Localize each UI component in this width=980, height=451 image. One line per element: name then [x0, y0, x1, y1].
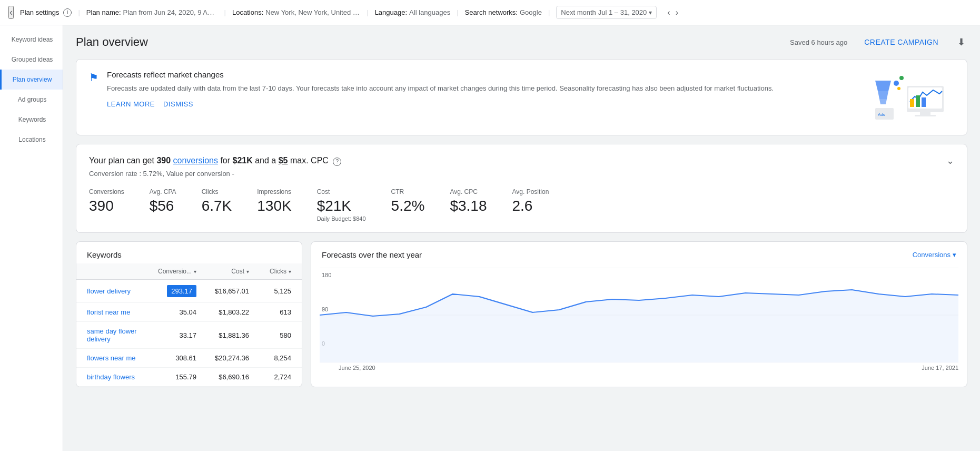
- prev-date-button[interactable]: ‹: [665, 6, 672, 19]
- headline-pre: Your plan can get: [89, 156, 154, 165]
- metric-item: Avg. CPC $3.18: [450, 188, 487, 222]
- metric-item: Avg. Position 2.6: [512, 188, 549, 222]
- date-label: Next month: [561, 8, 596, 16]
- sidebar-item-label: Grouped ideas: [12, 56, 53, 63]
- learn-more-button[interactable]: LEARN MORE: [107, 100, 155, 108]
- page-title: Plan overview: [76, 35, 148, 49]
- sidebar-item-locations[interactable]: Locations: [0, 130, 63, 150]
- metric-value: 5.2%: [391, 198, 425, 214]
- chart-container: 180 90 0: [320, 268, 958, 362]
- conversion-value: 308.61: [144, 354, 196, 362]
- sidebar-item-grouped-ideas[interactable]: Grouped ideas: [0, 50, 63, 70]
- banner-links: LEARN MORE DISMISS: [107, 100, 851, 108]
- date-selector[interactable]: Next month Jul 1 – 31, 2020 ▾: [556, 6, 657, 19]
- sidebar-item-plan-overview[interactable]: Plan overview: [0, 70, 63, 90]
- back-button[interactable]: ‹: [8, 6, 14, 19]
- sidebar-item-ad-groups[interactable]: Ad groups: [0, 90, 63, 110]
- conversions-col-header[interactable]: Conversio... ▾: [144, 268, 196, 275]
- forecast-banner-card: ⚑ Forecasts reflect market changes Forec…: [76, 59, 967, 135]
- svg-marker-7: [875, 81, 891, 91]
- sidebar-item-label: Ad groups: [18, 96, 47, 103]
- table-row: same day flower delivery 33.17 $1,881.36…: [76, 322, 302, 349]
- conversion-value: 33.17: [144, 331, 196, 339]
- keyword-link[interactable]: flowers near me: [87, 354, 144, 362]
- metric-label: Impressions: [257, 188, 291, 195]
- conversion-value: 293.17: [167, 285, 196, 297]
- sort-icon: ▾: [289, 269, 291, 274]
- locations-value: New York, New York, United States: [265, 8, 360, 16]
- dismiss-button[interactable]: DISMISS: [163, 100, 193, 108]
- metrics-row: Conversions 390 Avg. CPA $56 Clicks 6.7K…: [89, 188, 954, 222]
- chevron-down-icon[interactable]: ⌄: [946, 155, 954, 166]
- info-icon[interactable]: i: [63, 8, 72, 17]
- sidebar-item-keywords[interactable]: Keywords: [0, 110, 63, 130]
- search-networks-label: Search networks:: [465, 8, 518, 16]
- svg-rect-2: [920, 112, 930, 115]
- metric-item: Avg. CPA $56: [150, 188, 176, 222]
- conversions-link[interactable]: conversions: [173, 156, 218, 165]
- cost-value: $6,690.16: [196, 373, 249, 381]
- locations-label: Locations:: [232, 8, 263, 16]
- forecasts-metric-dropdown[interactable]: Conversions ▾: [913, 251, 956, 259]
- header-actions: Saved 6 hours ago CREATE CAMPAIGN ⬇: [790, 34, 967, 51]
- cost-value: $1,803.22: [196, 308, 249, 316]
- sidebar-item-label: Locations: [18, 136, 45, 143]
- keywords-card: Keywords Conversio... ▾ Cost ▾ Clicks: [76, 241, 302, 387]
- sidebar-item-keyword-ideas[interactable]: Keyword ideas: [0, 30, 63, 50]
- metric-value: $56: [150, 198, 176, 214]
- metric-value: 6.7K: [202, 198, 232, 214]
- keyword-link[interactable]: birthday flowers: [87, 373, 144, 381]
- svg-rect-6: [922, 97, 926, 107]
- top-bar: ‹ Plan settings i | Plan name: Plan from…: [0, 0, 980, 25]
- conversion-value: 155.79: [144, 373, 196, 381]
- svg-rect-5: [916, 95, 920, 107]
- metric-sub: Daily Budget: $840: [317, 215, 366, 222]
- metric-item: Clicks 6.7K: [202, 188, 232, 222]
- clicks-value: 8,254: [249, 354, 291, 362]
- app-layout: Keyword ideas Grouped ideas Plan overvie…: [0, 25, 980, 451]
- download-button[interactable]: ⬇: [955, 34, 967, 50]
- table-row: birthday flowers 155.79 $6,690.16 2,724: [76, 368, 302, 387]
- keyword-link[interactable]: same day flower delivery: [87, 327, 144, 343]
- banner-title: Forecasts reflect market changes: [107, 70, 851, 79]
- metric-label: CTR: [391, 188, 425, 195]
- x-label-end: June 17, 2021: [922, 365, 958, 371]
- headline-mid: for: [220, 156, 230, 165]
- table-row: florist near me 35.04 $1,803.22 613: [76, 303, 302, 322]
- keyword-link[interactable]: flower delivery: [87, 287, 144, 295]
- create-campaign-button[interactable]: CREATE CAMPAIGN: [856, 34, 947, 51]
- saved-status: Saved 6 hours ago: [790, 38, 847, 46]
- conversion-value: 35.04: [144, 308, 196, 316]
- flag-icon: ⚑: [89, 71, 98, 84]
- clicks-col-header[interactable]: Clicks ▾: [249, 268, 291, 275]
- summary-content: Your plan can get 390 conversions for $2…: [76, 144, 967, 232]
- cost-col-header[interactable]: Cost ▾: [196, 268, 249, 275]
- headline-text: Your plan can get 390 conversions for $2…: [89, 156, 946, 166]
- chart-area: 180 90 0: [311, 263, 967, 369]
- metric-label: Avg. Position: [512, 188, 549, 195]
- table-row: flower delivery 293.17 $16,657.01 5,125: [76, 280, 302, 303]
- cost-value: $20,274.36: [196, 354, 249, 362]
- sidebar-item-label: Keyword ideas: [12, 36, 53, 43]
- keyword-link[interactable]: florist near me: [87, 308, 144, 316]
- forecasts-title: Forecasts over the next year: [322, 250, 422, 259]
- cost-value: $1,881.36: [196, 331, 249, 339]
- chart-x-labels: June 25, 2020 June 17, 2021: [339, 365, 958, 371]
- plan-name-value: Plan from Jun 24, 2020, 9 AM, G...: [123, 8, 218, 16]
- language-label: Language:: [375, 8, 407, 16]
- cpc-info-icon[interactable]: ?: [333, 158, 341, 166]
- page-header: Plan overview Saved 6 hours ago CREATE C…: [63, 25, 980, 59]
- svg-marker-9: [879, 99, 887, 104]
- language-section: Language: All languages: [375, 8, 451, 16]
- svg-point-10: [894, 81, 899, 86]
- date-nav: ‹ ›: [665, 6, 680, 19]
- chevron-down-icon: ▾: [649, 9, 652, 16]
- next-date-button[interactable]: ›: [674, 6, 680, 19]
- cost-value: $21K: [233, 156, 253, 165]
- keywords-card-title: Keywords: [76, 242, 302, 263]
- metric-value: $3.18: [450, 198, 487, 214]
- clicks-value: 613: [249, 308, 291, 316]
- clicks-value: 2,724: [249, 373, 291, 381]
- banner-text: Forecasts are updated daily with data fr…: [107, 83, 851, 94]
- keywords-table-body: flower delivery 293.17 $16,657.01 5,125 …: [76, 280, 302, 387]
